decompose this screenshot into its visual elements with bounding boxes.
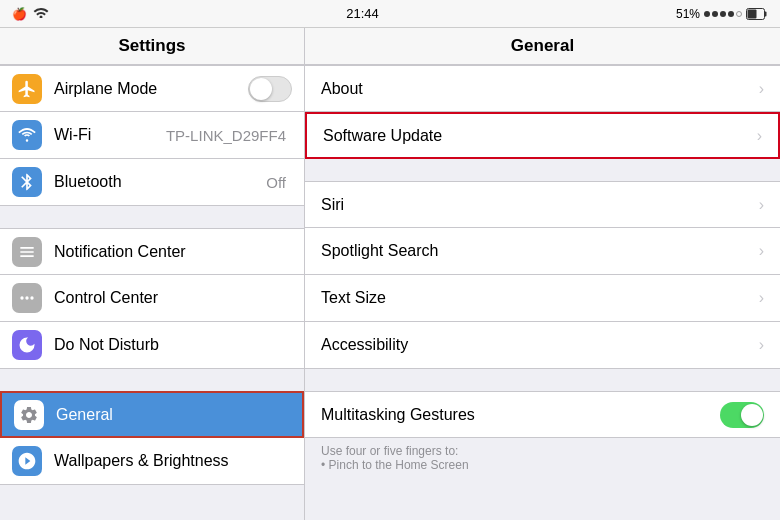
battery-icon — [746, 8, 768, 20]
svg-point-4 — [25, 296, 28, 299]
svg-rect-2 — [764, 11, 766, 16]
right-group-spacer-1 — [305, 159, 780, 181]
wifi-label: Wi-Fi — [54, 126, 166, 144]
right-item-spotlight-search[interactable]: Spotlight Search › — [305, 228, 780, 275]
multitasking-subtext: Use four or five fingers to: • Pinch to … — [305, 438, 780, 476]
signal-dot-4 — [728, 11, 734, 17]
siri-label: Siri — [321, 196, 759, 214]
signal-indicator — [704, 11, 742, 17]
sidebar-item-wifi[interactable]: Wi-Fi TP-LINK_D29FF4 — [0, 112, 304, 159]
sidebar-item-bluetooth[interactable]: Bluetooth Off — [0, 159, 304, 206]
do-not-disturb-icon — [12, 330, 42, 360]
accessibility-chevron-icon: › — [759, 336, 764, 354]
wifi-icon — [12, 120, 42, 150]
airplane-mode-toggle[interactable] — [248, 76, 292, 102]
sidebar: Settings Airplane Mode Wi-Fi TP-LINK_D29… — [0, 28, 305, 520]
signal-dot-2 — [712, 11, 718, 17]
settings-group-3: General Wallpapers & Brightness — [0, 391, 304, 485]
right-group-spacer-2 — [305, 369, 780, 391]
airplane-mode-icon — [12, 74, 42, 104]
software-update-label: Software Update — [323, 127, 757, 145]
group-spacer-2 — [0, 369, 304, 391]
wallpapers-icon — [12, 446, 42, 476]
svg-point-3 — [20, 296, 23, 299]
control-center-label: Control Center — [54, 289, 292, 307]
settings-group-1: Airplane Mode Wi-Fi TP-LINK_D29FF4 Bluet… — [0, 65, 304, 206]
right-item-text-size[interactable]: Text Size › — [305, 275, 780, 322]
wifi-value: TP-LINK_D29FF4 — [166, 127, 286, 144]
right-item-about[interactable]: About › — [305, 65, 780, 112]
wifi-status-icon — [33, 6, 49, 21]
signal-dot-5 — [736, 11, 742, 17]
siri-chevron-icon: › — [759, 196, 764, 214]
group-spacer-1 — [0, 206, 304, 228]
sidebar-item-notification-center[interactable]: Notification Center — [0, 228, 304, 275]
accessibility-label: Accessibility — [321, 336, 759, 354]
right-item-software-update[interactable]: Software Update › — [305, 112, 780, 159]
about-chevron-icon: › — [759, 80, 764, 98]
software-update-chevron-icon: › — [757, 127, 762, 145]
sidebar-item-control-center[interactable]: Control Center — [0, 275, 304, 322]
main-content: Settings Airplane Mode Wi-Fi TP-LINK_D29… — [0, 28, 780, 520]
right-item-accessibility[interactable]: Accessibility › — [305, 322, 780, 369]
notification-center-label: Notification Center — [54, 243, 292, 261]
signal-dot-3 — [720, 11, 726, 17]
status-bar: 🍎 21:44 51% — [0, 0, 780, 28]
status-right: 51% — [676, 7, 768, 21]
right-item-siri[interactable]: Siri › — [305, 181, 780, 228]
spotlight-search-label: Spotlight Search — [321, 242, 759, 260]
spotlight-search-chevron-icon: › — [759, 242, 764, 260]
general-icon — [14, 400, 44, 430]
airplane-mode-label: Airplane Mode — [54, 80, 248, 98]
status-left: 🍎 — [12, 6, 49, 21]
signal-dot-1 — [704, 11, 710, 17]
svg-rect-1 — [747, 9, 756, 18]
right-group-3: Multitasking Gestures — [305, 391, 780, 438]
bluetooth-icon — [12, 167, 42, 197]
wallpapers-label: Wallpapers & Brightness — [54, 452, 292, 470]
do-not-disturb-label: Do Not Disturb — [54, 336, 292, 354]
text-size-chevron-icon: › — [759, 289, 764, 307]
notification-center-icon — [12, 237, 42, 267]
bluetooth-label: Bluetooth — [54, 173, 266, 191]
general-label: General — [56, 406, 290, 424]
right-panel: General About › Software Update › Siri ›… — [305, 28, 780, 520]
apple-logo-icon: 🍎 — [12, 7, 27, 21]
right-item-multitasking[interactable]: Multitasking Gestures — [305, 391, 780, 438]
svg-point-5 — [30, 296, 33, 299]
sidebar-header: Settings — [0, 28, 304, 65]
multitasking-toggle[interactable] — [720, 402, 764, 428]
right-panel-header: General — [305, 28, 780, 65]
bluetooth-value: Off — [266, 174, 286, 191]
right-group-2: Siri › Spotlight Search › Text Size › Ac… — [305, 181, 780, 369]
sidebar-item-do-not-disturb[interactable]: Do Not Disturb — [0, 322, 304, 369]
settings-group-2: Notification Center Control Center Do No… — [0, 228, 304, 369]
text-size-label: Text Size — [321, 289, 759, 307]
about-label: About — [321, 80, 759, 98]
battery-percentage: 51% — [676, 7, 700, 21]
multitasking-label: Multitasking Gestures — [321, 406, 720, 424]
status-time: 21:44 — [346, 6, 379, 21]
control-center-icon — [12, 283, 42, 313]
right-group-1: About › Software Update › — [305, 65, 780, 159]
sidebar-item-general[interactable]: General — [0, 391, 304, 438]
sidebar-item-airplane-mode[interactable]: Airplane Mode — [0, 65, 304, 112]
sidebar-item-wallpapers[interactable]: Wallpapers & Brightness — [0, 438, 304, 485]
